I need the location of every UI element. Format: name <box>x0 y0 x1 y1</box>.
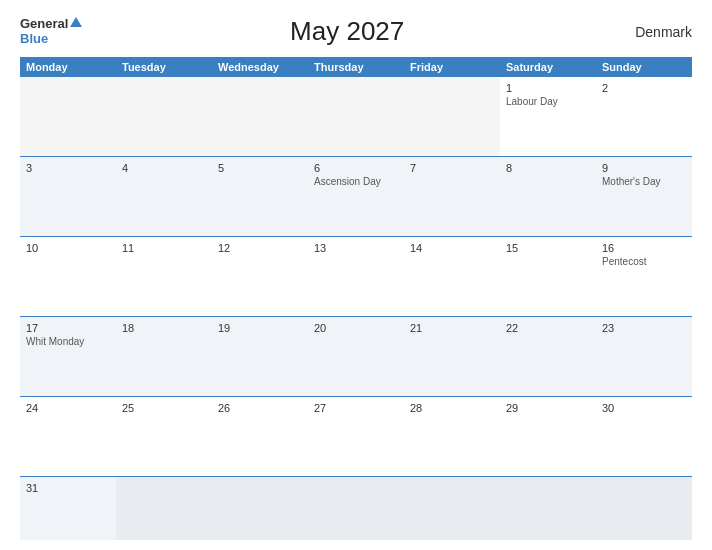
cell-mon-w3: 10 <box>20 237 116 316</box>
cell-mon-w5: 24 <box>20 397 116 476</box>
cell-wed-w5: 26 <box>212 397 308 476</box>
header-tuesday: Tuesday <box>116 57 212 77</box>
week-1: 1 Labour Day 2 <box>20 77 692 157</box>
cell-fri-w1 <box>404 77 500 156</box>
cell-thu-w3: 13 <box>308 237 404 316</box>
week-3: 10 11 12 13 14 15 16 P <box>20 237 692 317</box>
header-thursday: Thursday <box>308 57 404 77</box>
event-pentecost: Pentecost <box>602 256 686 267</box>
day-17: 17 <box>26 322 110 334</box>
cell-tue-w2: 4 <box>116 157 212 236</box>
day-21: 21 <box>410 322 494 334</box>
week-2: 3 4 5 6 Ascension Day 7 8 <box>20 157 692 237</box>
page: General Blue May 2027 Denmark Monday Tue… <box>0 0 712 550</box>
event-whit-monday: Whit Monday <box>26 336 110 347</box>
cell-mon-w6: 31 <box>20 477 116 540</box>
cell-mon-w2: 3 <box>20 157 116 236</box>
week-6: 31 <box>20 477 692 540</box>
day-15: 15 <box>506 242 590 254</box>
cell-tue-w4: 18 <box>116 317 212 396</box>
day-26: 26 <box>218 402 302 414</box>
cell-fri-w6 <box>404 477 500 540</box>
cell-fri-w2: 7 <box>404 157 500 236</box>
day-11: 11 <box>122 242 206 254</box>
cell-mon-w1 <box>20 77 116 156</box>
day-12: 12 <box>218 242 302 254</box>
country-label: Denmark <box>612 24 692 40</box>
day-6: 6 <box>314 162 398 174</box>
day-19: 19 <box>218 322 302 334</box>
day-23: 23 <box>602 322 686 334</box>
cell-thu-w6 <box>308 477 404 540</box>
logo-general-text: General <box>20 17 68 30</box>
event-mothers-day: Mother's Day <box>602 176 686 187</box>
cell-tue-w3: 11 <box>116 237 212 316</box>
day-8: 8 <box>506 162 590 174</box>
calendar-title: May 2027 <box>82 16 612 47</box>
cell-tue-w1 <box>116 77 212 156</box>
cell-sat-w5: 29 <box>500 397 596 476</box>
cell-fri-w4: 21 <box>404 317 500 396</box>
day-31: 31 <box>26 482 110 494</box>
day-30: 30 <box>602 402 686 414</box>
week-5: 24 25 26 27 28 29 30 <box>20 397 692 477</box>
day-16: 16 <box>602 242 686 254</box>
cell-wed-w4: 19 <box>212 317 308 396</box>
day-28: 28 <box>410 402 494 414</box>
header-friday: Friday <box>404 57 500 77</box>
day-25: 25 <box>122 402 206 414</box>
week-4: 17 Whit Monday 18 19 20 21 22 <box>20 317 692 397</box>
day-10: 10 <box>26 242 110 254</box>
cell-sat-w3: 15 <box>500 237 596 316</box>
logo-triangle-icon <box>70 17 82 27</box>
event-labour-day: Labour Day <box>506 96 590 107</box>
cell-sat-w6 <box>500 477 596 540</box>
logo-blue-text: Blue <box>20 31 48 46</box>
day-24: 24 <box>26 402 110 414</box>
cell-wed-w6 <box>212 477 308 540</box>
cell-sat-w2: 8 <box>500 157 596 236</box>
cell-thu-w2: 6 Ascension Day <box>308 157 404 236</box>
cell-sun-w3: 16 Pentecost <box>596 237 692 316</box>
cell-wed-w2: 5 <box>212 157 308 236</box>
day-3: 3 <box>26 162 110 174</box>
logo: General Blue <box>20 17 82 46</box>
day-4: 4 <box>122 162 206 174</box>
day-7: 7 <box>410 162 494 174</box>
day-29: 29 <box>506 402 590 414</box>
cell-wed-w3: 12 <box>212 237 308 316</box>
event-ascension-day: Ascension Day <box>314 176 398 187</box>
day-5: 5 <box>218 162 302 174</box>
cell-thu-w5: 27 <box>308 397 404 476</box>
cell-sat-w4: 22 <box>500 317 596 396</box>
header-wednesday: Wednesday <box>212 57 308 77</box>
day-9: 9 <box>602 162 686 174</box>
day-1: 1 <box>506 82 590 94</box>
cell-sun-w1: 2 <box>596 77 692 156</box>
header-sunday: Sunday <box>596 57 692 77</box>
day-18: 18 <box>122 322 206 334</box>
day-14: 14 <box>410 242 494 254</box>
day-20: 20 <box>314 322 398 334</box>
day-2: 2 <box>602 82 686 94</box>
cell-thu-w4: 20 <box>308 317 404 396</box>
cell-fri-w5: 28 <box>404 397 500 476</box>
cell-tue-w5: 25 <box>116 397 212 476</box>
day-13: 13 <box>314 242 398 254</box>
cell-fri-w3: 14 <box>404 237 500 316</box>
day-22: 22 <box>506 322 590 334</box>
day-27: 27 <box>314 402 398 414</box>
header: General Blue May 2027 Denmark <box>20 16 692 47</box>
cell-sun-w5: 30 <box>596 397 692 476</box>
header-monday: Monday <box>20 57 116 77</box>
header-saturday: Saturday <box>500 57 596 77</box>
cell-wed-w1 <box>212 77 308 156</box>
calendar-body: 1 Labour Day 2 3 4 5 6 <box>20 77 692 540</box>
cell-sun-w2: 9 Mother's Day <box>596 157 692 236</box>
cell-mon-w4: 17 Whit Monday <box>20 317 116 396</box>
cell-sun-w4: 23 <box>596 317 692 396</box>
calendar: Monday Tuesday Wednesday Thursday Friday… <box>20 57 692 540</box>
cell-thu-w1 <box>308 77 404 156</box>
calendar-header: Monday Tuesday Wednesday Thursday Friday… <box>20 57 692 77</box>
cell-sun-w6 <box>596 477 692 540</box>
